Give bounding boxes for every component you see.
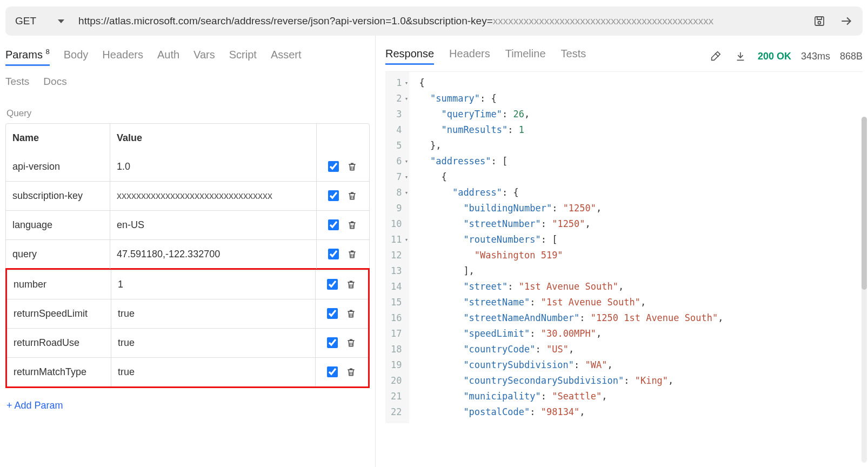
trash-icon[interactable] bbox=[345, 308, 357, 319]
http-method-label: GET bbox=[15, 15, 36, 27]
tab-body[interactable]: Body bbox=[64, 49, 89, 64]
tab-script[interactable]: Script bbox=[229, 49, 257, 64]
tab-params[interactable]: Params 8 bbox=[5, 48, 50, 66]
resp-tab-response[interactable]: Response bbox=[385, 48, 434, 65]
param-controls bbox=[316, 240, 369, 269]
response-status: 200 OK bbox=[758, 51, 791, 62]
param-row: returnRoadUsetrue bbox=[7, 328, 368, 357]
param-controls bbox=[316, 182, 369, 210]
param-controls bbox=[315, 270, 368, 299]
trash-icon[interactable] bbox=[346, 190, 358, 202]
send-icon[interactable] bbox=[839, 14, 854, 29]
param-value[interactable]: true bbox=[111, 299, 315, 328]
param-row: api-version1.0 bbox=[6, 152, 369, 181]
param-value[interactable]: xxxxxxxxxxxxxxxxxxxxxxxxxxxxxxxx bbox=[110, 182, 316, 210]
request-url-input[interactable]: https://atlas.microsoft.com/search/addre… bbox=[74, 15, 805, 27]
param-controls bbox=[315, 329, 368, 357]
param-name[interactable]: query bbox=[6, 240, 110, 269]
response-time: 343ms bbox=[801, 51, 830, 62]
tab-headers[interactable]: Headers bbox=[102, 49, 143, 64]
tab-vars[interactable]: Vars bbox=[193, 49, 215, 64]
request-url-bar: GET https://atlas.microsoft.com/search/a… bbox=[5, 6, 863, 36]
param-name[interactable]: number bbox=[7, 270, 111, 299]
param-enable-checkbox[interactable] bbox=[328, 161, 339, 172]
response-tabs: ResponseHeadersTimelineTests bbox=[385, 48, 708, 65]
param-name[interactable]: api-version bbox=[6, 152, 110, 181]
request-tabs-secondary: TestsDocs bbox=[5, 72, 370, 97]
param-enable-checkbox[interactable] bbox=[327, 337, 338, 348]
trash-icon[interactable] bbox=[346, 161, 358, 172]
param-value[interactable]: 1 bbox=[111, 270, 315, 299]
request-pane: Params 8BodyHeadersAuthVarsScriptAssert … bbox=[0, 36, 376, 467]
trash-icon[interactable] bbox=[346, 219, 358, 231]
download-icon[interactable] bbox=[733, 49, 748, 64]
resp-tab-tests[interactable]: Tests bbox=[561, 48, 586, 65]
response-body-viewer[interactable]: 12345678910111213141516171819202122 { "s… bbox=[385, 71, 863, 423]
vertical-scrollbar[interactable] bbox=[862, 117, 867, 463]
param-enable-checkbox[interactable] bbox=[328, 249, 339, 259]
tab-docs[interactable]: Docs bbox=[43, 76, 66, 91]
param-value[interactable]: true bbox=[111, 329, 315, 357]
param-row: number1 bbox=[7, 270, 368, 299]
param-value[interactable]: 47.591180,-122.332700 bbox=[110, 240, 316, 269]
resp-tab-timeline[interactable]: Timeline bbox=[505, 48, 546, 65]
eraser-icon[interactable] bbox=[708, 49, 723, 64]
http-method-select[interactable]: GET bbox=[15, 15, 74, 27]
highlighted-params: number1returnSpeedLimittruereturnRoadUse… bbox=[5, 268, 370, 388]
response-meta: 200 OK 343ms 868B bbox=[708, 49, 863, 64]
col-header-value: Value bbox=[110, 124, 316, 152]
add-param-link[interactable]: + Add Param bbox=[6, 400, 63, 411]
params-table-header: Name Value bbox=[6, 124, 369, 152]
tab-auth[interactable]: Auth bbox=[157, 49, 179, 64]
param-name[interactable]: returnRoadUse bbox=[7, 329, 111, 357]
svg-point-1 bbox=[818, 22, 821, 24]
save-icon[interactable] bbox=[812, 14, 827, 29]
param-controls bbox=[316, 211, 369, 239]
col-header-actions bbox=[316, 124, 369, 152]
param-controls bbox=[315, 299, 368, 328]
param-row: languageen-US bbox=[6, 210, 369, 239]
code-gutter: 12345678910111213141516171819202122 bbox=[385, 72, 409, 423]
param-row: returnMatchTypetrue bbox=[7, 357, 368, 386]
col-header-name: Name bbox=[6, 124, 110, 152]
trash-icon[interactable] bbox=[345, 279, 357, 290]
resp-tab-headers[interactable]: Headers bbox=[449, 48, 490, 65]
params-section-label: Query bbox=[6, 108, 370, 119]
param-row: returnSpeedLimittrue bbox=[7, 299, 368, 328]
tab-assert[interactable]: Assert bbox=[271, 49, 302, 64]
param-controls bbox=[315, 358, 368, 386]
trash-icon[interactable] bbox=[345, 366, 357, 378]
response-size: 868B bbox=[840, 51, 863, 62]
param-value[interactable]: en-US bbox=[110, 211, 316, 239]
trash-icon[interactable] bbox=[346, 249, 358, 260]
param-name[interactable]: returnSpeedLimit bbox=[7, 299, 111, 328]
param-row: subscription-keyxxxxxxxxxxxxxxxxxxxxxxxx… bbox=[6, 181, 369, 210]
param-name[interactable]: returnMatchType bbox=[7, 358, 111, 386]
scrollbar-thumb[interactable] bbox=[862, 117, 867, 290]
param-controls bbox=[316, 152, 369, 181]
code-body: { "summary": { "queryTime": 26, "numResu… bbox=[409, 72, 723, 423]
params-table: Name Value api-version1.0subscription-ke… bbox=[5, 123, 370, 388]
param-enable-checkbox[interactable] bbox=[328, 190, 339, 201]
param-name[interactable]: subscription-key bbox=[6, 182, 110, 210]
request-url-mask: xxxxxxxxxxxxxxxxxxxxxxxxxxxxxxxxxxxxxxxx… bbox=[493, 15, 714, 26]
param-value[interactable]: true bbox=[111, 358, 315, 386]
trash-icon[interactable] bbox=[345, 337, 357, 349]
param-enable-checkbox[interactable] bbox=[327, 279, 338, 290]
chevron-down-icon bbox=[58, 19, 64, 23]
tab-tests[interactable]: Tests bbox=[5, 76, 29, 91]
response-pane: ResponseHeadersTimelineTests 200 OK 343m… bbox=[376, 36, 868, 467]
param-value[interactable]: 1.0 bbox=[110, 152, 316, 181]
request-url-text: https://atlas.microsoft.com/search/addre… bbox=[78, 15, 493, 26]
param-enable-checkbox[interactable] bbox=[328, 219, 339, 230]
param-enable-checkbox[interactable] bbox=[327, 366, 338, 377]
param-row: query47.591180,-122.332700 bbox=[6, 239, 369, 269]
param-enable-checkbox[interactable] bbox=[327, 308, 338, 319]
request-tabs: Params 8BodyHeadersAuthVarsScriptAssert bbox=[5, 36, 370, 72]
param-name[interactable]: language bbox=[6, 211, 110, 239]
